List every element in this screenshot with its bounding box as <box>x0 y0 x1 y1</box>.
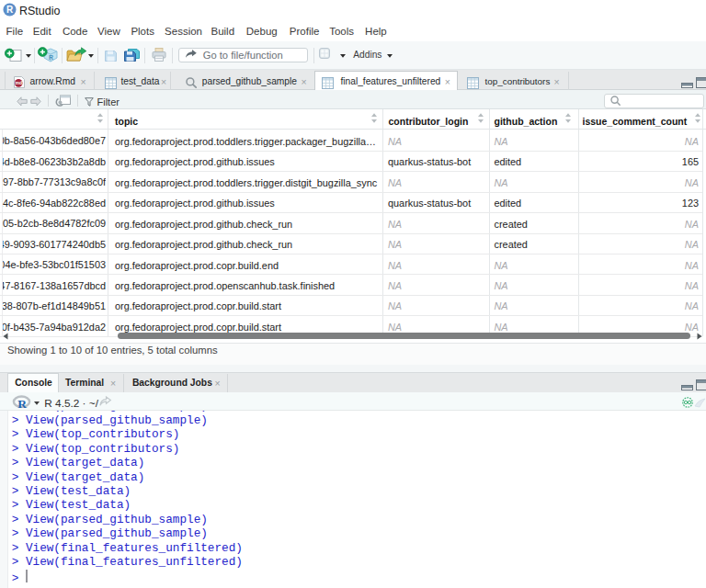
svg-text:R: R <box>17 397 27 411</box>
svg-text:R: R <box>6 5 14 15</box>
svg-text:R: R <box>49 54 53 61</box>
svg-text:md: md <box>15 80 22 85</box>
